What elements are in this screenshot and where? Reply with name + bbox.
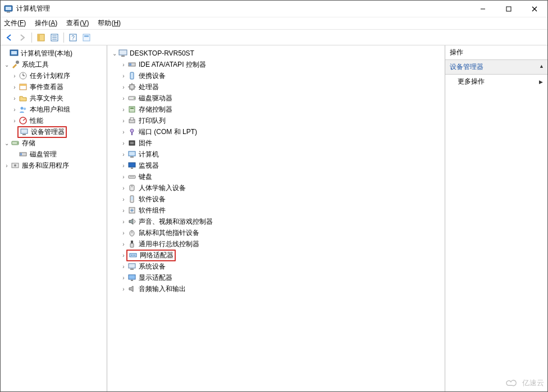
minimize-button[interactable] (470, 1, 496, 17)
menu-action[interactable]: 操作(A) (34, 17, 58, 29)
expand-icon[interactable]: › (120, 219, 127, 225)
collapse-icon[interactable]: ▲ (539, 63, 544, 69)
expand-icon[interactable]: › (120, 129, 127, 135)
device-category-label: 人体学输入设备 (139, 183, 186, 193)
tree-event-viewer[interactable]: › 事件查看器 (2, 81, 107, 93)
device-category-label: 打印队列 (139, 116, 166, 126)
cpu-icon (127, 82, 136, 91)
device-category-storage[interactable]: ›存储控制器 (108, 104, 445, 115)
actions-more[interactable]: 更多操作 ▶ (445, 75, 547, 89)
menu-file[interactable]: 文件(F) (3, 17, 27, 29)
device-category-cpu[interactable]: ›处理器 (108, 81, 445, 93)
expand-icon[interactable]: › (120, 241, 127, 247)
expand-icon[interactable]: › (11, 118, 19, 124)
menu-view[interactable]: 查看(V) (65, 17, 90, 29)
device-category-portable[interactable]: ›便携设备 (108, 70, 445, 81)
device-category-label: 网络适配器 (140, 251, 173, 260)
expand-icon[interactable]: › (120, 73, 127, 79)
expand-icon[interactable]: › (120, 140, 127, 146)
expand-icon[interactable]: › (120, 95, 127, 102)
sound-icon (127, 217, 136, 226)
svg-point-74 (133, 255, 134, 256)
device-category-sound[interactable]: ›声音、视频和游戏控制器 (108, 216, 445, 227)
expand-icon[interactable]: › (120, 163, 127, 169)
storage-icon (11, 139, 20, 147)
device-category-swcomp[interactable]: ›软件组件 (108, 205, 445, 216)
help-button[interactable]: ? (67, 31, 79, 44)
device-category-mouse[interactable]: ›鼠标和其他指针设备 (108, 227, 445, 238)
expand-icon[interactable]: › (120, 286, 127, 292)
tree-disk-management[interactable]: › 磁盘管理 (2, 149, 107, 160)
expand-icon[interactable]: › (120, 185, 127, 191)
svg-rect-16 (84, 35, 89, 37)
expand-icon[interactable]: › (120, 264, 127, 270)
device-category-firmware[interactable]: ›固件 (108, 137, 445, 149)
tree-shared-folders[interactable]: › 共享文件夹 (2, 93, 107, 104)
shared-folder-icon (19, 94, 28, 103)
tree-storage[interactable]: ⌄ 存储 (2, 137, 107, 149)
device-root[interactable]: ⌄ DESKTOP-RVR50ST (108, 48, 445, 59)
tree-system-tools[interactable]: ⌄ 系统工具 (2, 59, 107, 70)
expand-icon[interactable]: › (120, 207, 127, 214)
expand-icon[interactable]: › (11, 107, 19, 113)
menu-help[interactable]: 帮助(H) (97, 17, 122, 29)
back-button[interactable] (3, 31, 15, 44)
close-button[interactable] (522, 1, 547, 17)
svg-rect-66 (131, 196, 133, 200)
expand-icon[interactable]: › (11, 95, 19, 102)
device-category-hid[interactable]: ›人体学输入设备 (108, 182, 445, 193)
svg-rect-4 (506, 7, 511, 11)
expand-icon[interactable]: ⌄ (3, 62, 11, 68)
device-category-sysdev[interactable]: ›系统设备 (108, 261, 445, 272)
expand-icon[interactable]: ⌄ (111, 50, 118, 57)
device-category-usb[interactable]: ›通用串行总线控制器 (108, 238, 445, 250)
svg-rect-18 (11, 51, 17, 54)
expand-icon[interactable]: › (120, 84, 127, 90)
device-category-keyboard[interactable]: ›键盘 (108, 171, 445, 182)
expand-icon[interactable]: › (120, 275, 127, 281)
expand-icon[interactable]: › (120, 118, 127, 124)
expand-icon[interactable]: › (11, 73, 19, 79)
svg-rect-41 (130, 72, 134, 79)
expand-icon[interactable]: › (120, 151, 127, 158)
tree-performance[interactable]: › 性能 (2, 115, 107, 126)
svg-point-25 (21, 107, 24, 110)
device-category-display[interactable]: ›显示适配器 (108, 272, 445, 283)
computer-icon (118, 49, 127, 58)
device-category-swdev[interactable]: ›软件设备 (108, 193, 445, 205)
properties-button[interactable] (48, 31, 61, 44)
device-category-computer[interactable]: ›计算机 (108, 149, 445, 160)
tree-local-users[interactable]: › 本地用户和组 (2, 104, 107, 115)
svg-rect-59 (129, 163, 135, 167)
tree-root-local[interactable]: ▸ 计算机管理(本地) (2, 48, 107, 59)
expand-icon[interactable]: › (120, 196, 127, 202)
tree-device-manager[interactable]: › 设备管理器 (2, 126, 107, 137)
expand-icon[interactable]: › (120, 174, 127, 180)
expand-icon[interactable]: › (11, 84, 19, 90)
device-category-network[interactable]: ›网络适配器 (108, 250, 445, 261)
tree-services-apps[interactable]: › 服务和应用程序 (2, 160, 107, 171)
device-category-diskdrive[interactable]: ›磁盘驱动器 (108, 93, 445, 104)
tree-task-scheduler[interactable]: › 任务计划程序 (2, 70, 107, 81)
device-category-ide[interactable]: ›IDE ATA/ATAPI 控制器 (108, 59, 445, 70)
device-category-ports[interactable]: ›端口 (COM 和 LPT) (108, 126, 445, 137)
actions-section[interactable]: 设备管理器 ▲ (445, 60, 547, 75)
device-category-label: 处理器 (139, 82, 159, 92)
device-category-audio[interactable]: ›音频输入和输出 (108, 283, 445, 294)
device-category-monitor[interactable]: ›监视器 (108, 160, 445, 171)
svg-rect-37 (119, 50, 127, 55)
forward-button[interactable] (16, 31, 29, 44)
network-icon (129, 251, 138, 260)
expand-icon[interactable]: ⌄ (3, 140, 11, 146)
expand-icon[interactable]: › (3, 163, 11, 169)
toolbar: ? (1, 30, 547, 45)
show-hide-tree-button[interactable] (35, 31, 47, 44)
device-category-printq[interactable]: ›打印队列 (108, 115, 445, 126)
expand-icon[interactable]: › (120, 107, 127, 113)
services-icon (11, 161, 20, 170)
expand-icon[interactable]: › (120, 62, 127, 68)
refresh-button[interactable] (80, 31, 93, 44)
expand-icon[interactable]: › (120, 230, 127, 236)
device-category-label: 软件设备 (139, 195, 166, 204)
maximize-button[interactable] (496, 1, 522, 17)
